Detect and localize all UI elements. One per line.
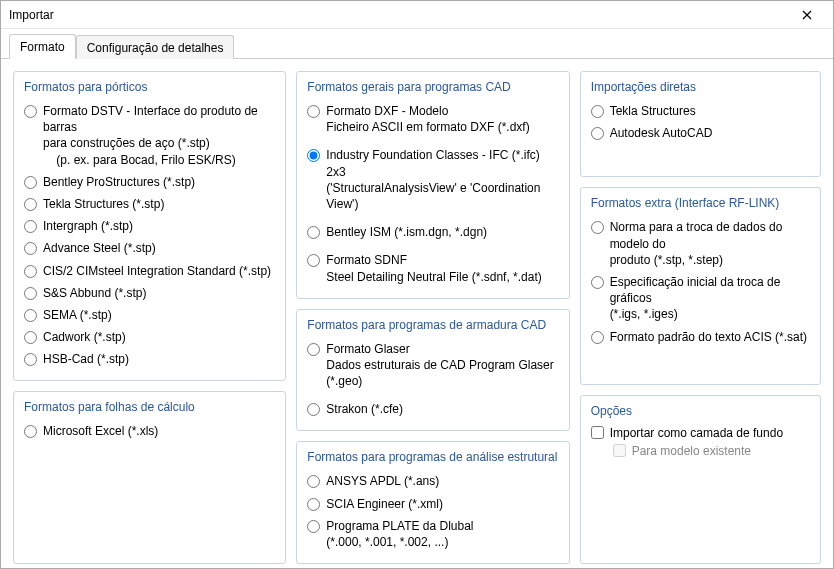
column-3: Importações diretas Tekla Structures Aut… — [580, 71, 821, 564]
radio-advsteel[interactable]: Advance Steel (*.stp) — [24, 237, 275, 259]
radio-glaser-input[interactable] — [307, 343, 320, 356]
radio-ansys[interactable]: ANSYS APDL (*.ans) — [307, 470, 558, 492]
radio-scia-label: SCIA Engineer (*.xml) — [326, 496, 443, 512]
window-title: Importar — [9, 8, 54, 22]
group-title-armadura: Formatos para programas de armadura CAD — [307, 318, 558, 332]
radio-cis2[interactable]: CIS/2 CIMsteel Integration Standard (*.s… — [24, 260, 275, 282]
radio-intergraph-input[interactable] — [24, 220, 37, 233]
radio-hsbcad-input[interactable] — [24, 353, 37, 366]
radio-sema-label: SEMA (*.stp) — [43, 307, 112, 323]
column-1: Formatos para pórticos Formato DSTV - In… — [13, 71, 286, 564]
titlebar: Importar — [1, 1, 833, 29]
radio-tekla-direct-label: Tekla Structures — [610, 103, 696, 119]
group-title-porticos: Formatos para pórticos — [24, 80, 275, 94]
radio-advsteel-label: Advance Steel (*.stp) — [43, 240, 156, 256]
group-cad: Formatos gerais para programas CAD Forma… — [296, 71, 569, 299]
group-opcoes: Opções Importar como camada de fundo Par… — [580, 395, 821, 565]
radio-ifc[interactable]: Industry Foundation Classes - IFC (*.ifc… — [307, 144, 558, 215]
radio-dstv-label: Formato DSTV - Interface do produto de b… — [43, 103, 275, 168]
radio-bentleyps[interactable]: Bentley ProStructures (*.stp) — [24, 171, 275, 193]
radio-dstv-input[interactable] — [24, 105, 37, 118]
group-title-folhas: Formatos para folhas de cálculo — [24, 400, 275, 414]
radio-plate[interactable]: Programa PLATE da Dlubal (*.000, *.001, … — [307, 515, 558, 553]
radio-scia-input[interactable] — [307, 498, 320, 511]
group-title-extra: Formatos extra (Interface RF-LINK) — [591, 196, 810, 210]
radio-tekla[interactable]: Tekla Structures (*.stp) — [24, 193, 275, 215]
radio-sdnf[interactable]: Formato SDNF Steel Detailing Neutral Fil… — [307, 249, 558, 287]
radio-step-input[interactable] — [591, 221, 604, 234]
radio-intergraph[interactable]: Intergraph (*.stp) — [24, 215, 275, 237]
group-title-cad: Formatos gerais para programas CAD — [307, 80, 558, 94]
radio-sdnf-label: Formato SDNF Steel Detailing Neutral Fil… — [326, 252, 541, 284]
radio-iges[interactable]: Especificação inicial da troca de gráfic… — [591, 271, 810, 326]
group-porticos: Formatos para pórticos Formato DSTV - In… — [13, 71, 286, 381]
radio-abbund-label: S&S Abbund (*.stp) — [43, 285, 146, 301]
radio-ansys-label: ANSYS APDL (*.ans) — [326, 473, 439, 489]
radio-tekla-label: Tekla Structures (*.stp) — [43, 196, 164, 212]
group-diretas: Importações diretas Tekla Structures Aut… — [580, 71, 821, 177]
radio-bentleyism-label: Bentley ISM (*.ism.dgn, *.dgn) — [326, 224, 487, 240]
radio-step-label: Norma para a troca de dados do modelo do… — [610, 219, 810, 268]
radio-ifc-input[interactable] — [307, 149, 320, 162]
column-2: Formatos gerais para programas CAD Forma… — [296, 71, 569, 564]
content-area: Formatos para pórticos Formato DSTV - In… — [1, 59, 833, 569]
radio-tekla-input[interactable] — [24, 198, 37, 211]
radio-glaser-label: Formato Glaser Dados estruturais de CAD … — [326, 341, 558, 390]
radio-dxf-input[interactable] — [307, 105, 320, 118]
radio-abbund-input[interactable] — [24, 287, 37, 300]
radio-bentleyps-input[interactable] — [24, 176, 37, 189]
radio-autocad[interactable]: Autodesk AutoCAD — [591, 122, 810, 144]
radio-cadwork-input[interactable] — [24, 331, 37, 344]
check-background-input[interactable] — [591, 426, 604, 439]
radio-iges-input[interactable] — [591, 276, 604, 289]
radio-acis-input[interactable] — [591, 331, 604, 344]
radio-cadwork[interactable]: Cadwork (*.stp) — [24, 326, 275, 348]
radio-excel[interactable]: Microsoft Excel (*.xls) — [24, 420, 275, 442]
radio-acis-label: Formato padrão do texto ACIS (*.sat) — [610, 329, 807, 345]
check-existing-label: Para modelo existente — [632, 444, 751, 458]
radio-step[interactable]: Norma para a troca de dados do modelo do… — [591, 216, 810, 271]
radio-cis2-label: CIS/2 CIMsteel Integration Standard (*.s… — [43, 263, 271, 279]
radio-dstv[interactable]: Formato DSTV - Interface do produto de b… — [24, 100, 275, 171]
radio-autocad-input[interactable] — [591, 127, 604, 140]
check-background-label: Importar como camada de fundo — [610, 426, 783, 440]
radio-bentleyism[interactable]: Bentley ISM (*.ism.dgn, *.dgn) — [307, 221, 558, 243]
radio-hsbcad[interactable]: HSB-Cad (*.stp) — [24, 348, 275, 370]
radio-glaser[interactable]: Formato Glaser Dados estruturais de CAD … — [307, 338, 558, 393]
radio-tekla-direct[interactable]: Tekla Structures — [591, 100, 810, 122]
radio-bentleyism-input[interactable] — [307, 226, 320, 239]
radio-advsteel-input[interactable] — [24, 242, 37, 255]
check-background[interactable]: Importar como camada de fundo — [591, 424, 810, 442]
radio-sdnf-input[interactable] — [307, 254, 320, 267]
import-dialog: Importar Formato Configuração de detalhe… — [0, 0, 834, 569]
group-extra: Formatos extra (Interface RF-LINK) Norma… — [580, 187, 821, 384]
group-armadura: Formatos para programas de armadura CAD … — [296, 309, 569, 432]
radio-excel-input[interactable] — [24, 425, 37, 438]
radio-sema[interactable]: SEMA (*.stp) — [24, 304, 275, 326]
radio-bentleyps-label: Bentley ProStructures (*.stp) — [43, 174, 195, 190]
radio-plate-input[interactable] — [307, 520, 320, 533]
radio-excel-label: Microsoft Excel (*.xls) — [43, 423, 158, 439]
radio-abbund[interactable]: S&S Abbund (*.stp) — [24, 282, 275, 304]
tab-details[interactable]: Configuração de detalhes — [76, 35, 235, 59]
radio-sema-input[interactable] — [24, 309, 37, 322]
group-analise: Formatos para programas de análise estru… — [296, 441, 569, 564]
radio-dxf-label: Formato DXF - Modelo Ficheiro ASCII em f… — [326, 103, 529, 135]
radio-intergraph-label: Intergraph (*.stp) — [43, 218, 133, 234]
radio-acis[interactable]: Formato padrão do texto ACIS (*.sat) — [591, 326, 810, 348]
radio-autocad-label: Autodesk AutoCAD — [610, 125, 713, 141]
radio-ansys-input[interactable] — [307, 475, 320, 488]
radio-tekla-direct-input[interactable] — [591, 105, 604, 118]
close-button[interactable] — [787, 1, 827, 29]
check-existing-input — [613, 444, 626, 457]
radio-strakon-input[interactable] — [307, 403, 320, 416]
radio-ifc-label: Industry Foundation Classes - IFC (*.ifc… — [326, 147, 558, 212]
tabstrip: Formato Configuração de detalhes — [1, 29, 833, 59]
tab-format[interactable]: Formato — [9, 34, 76, 59]
radio-dxf[interactable]: Formato DXF - Modelo Ficheiro ASCII em f… — [307, 100, 558, 138]
radio-cis2-input[interactable] — [24, 265, 37, 278]
radio-scia[interactable]: SCIA Engineer (*.xml) — [307, 493, 558, 515]
radio-plate-label: Programa PLATE da Dlubal (*.000, *.001, … — [326, 518, 473, 550]
radio-strakon[interactable]: Strakon (*.cfe) — [307, 398, 558, 420]
group-title-opcoes: Opções — [591, 404, 810, 418]
